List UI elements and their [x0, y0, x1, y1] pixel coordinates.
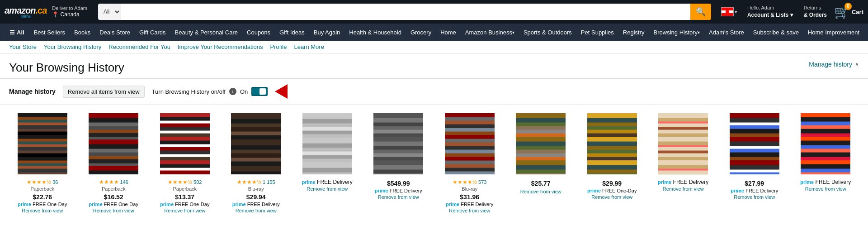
remove-view-9[interactable]: Remove from view — [591, 194, 632, 200]
nav-buy-again[interactable]: Buy Again — [309, 24, 345, 41]
product-image-6[interactable] — [371, 112, 425, 175]
arrow-indicator — [275, 84, 288, 99]
product-image-2[interactable] — [86, 112, 141, 175]
product-rating-2: ★★★★ 146 — [99, 179, 128, 185]
remove-all-button[interactable]: Remove all items from view — [63, 86, 145, 98]
cart-label: Cart — [852, 9, 863, 15]
breadcrumb-profile[interactable]: Profile — [270, 43, 287, 50]
hamburger-icon: ☰ — [9, 29, 15, 36]
nav-books[interactable]: Books — [70, 24, 95, 41]
nav-adams-store[interactable]: Adam's Store — [704, 24, 749, 41]
page-header: Your Browsing History Manage history ∧ — [0, 53, 868, 79]
account-menu[interactable]: Hello, Adam Account & Lists ▾ — [747, 5, 793, 19]
product-swatch-1 — [18, 113, 67, 174]
product-image-3[interactable] — [158, 112, 212, 175]
product-image-1[interactable] — [15, 112, 70, 175]
prime-badge-6: prime FREE Delivery — [375, 188, 422, 193]
product-image-10[interactable] — [656, 112, 710, 175]
returns-orders[interactable]: Returns & Orders — [804, 5, 827, 19]
product-price-8: $25.77 — [531, 180, 551, 187]
nav-coupons[interactable]: Coupons — [242, 24, 275, 41]
product-image-7[interactable] — [443, 112, 497, 175]
product-rating-7: ★★★★½ 573 — [453, 179, 486, 185]
remove-view-10[interactable]: Remove from view — [663, 186, 704, 192]
nav-subscribe-save[interactable]: Subscribe & save — [749, 24, 803, 41]
remove-view-11[interactable]: Remove from view — [734, 194, 775, 200]
canada-flag-icon — [721, 7, 734, 16]
product-image-12[interactable] — [798, 112, 853, 175]
cart[interactable]: 🛒 0 Cart — [834, 5, 863, 19]
product-image-11[interactable] — [727, 112, 782, 175]
review-count-7[interactable]: 573 — [478, 179, 486, 185]
deliver-to[interactable]: Deliver to Adam 📍 Canada — [52, 5, 87, 19]
nav-pet[interactable]: Pet Supplies — [576, 24, 618, 41]
remove-view-7[interactable]: Remove from view — [449, 208, 490, 213]
toggle-section: Turn Browsing History on/off i On — [152, 84, 288, 99]
account-greeting: Hello, Adam — [747, 5, 793, 11]
breadcrumb-improve[interactable]: Improve Your Recommendations — [178, 43, 263, 50]
product-rating-3: ★★★★½ 502 — [168, 179, 202, 185]
review-count-2[interactable]: 146 — [120, 179, 128, 185]
manage-history-toggle[interactable]: Manage history ∧ — [809, 61, 859, 68]
prime-delivery-12: prime FREE Delivery — [800, 179, 851, 185]
product-image-9[interactable] — [585, 112, 639, 175]
page-title: Your Browsing History — [9, 61, 124, 75]
nav-health[interactable]: Health & Household — [344, 24, 406, 41]
manage-history-header-label: Manage history — [809, 61, 852, 68]
breadcrumb-learn-more[interactable]: Learn More — [294, 43, 324, 50]
nav-best-sellers[interactable]: Best Sellers — [29, 24, 70, 41]
review-count-4[interactable]: 1,155 — [263, 179, 275, 185]
remove-view-4[interactable]: Remove from view — [236, 208, 277, 213]
product-card-12: prime FREE Delivery Remove from view — [793, 112, 859, 213]
manage-toolbar: Manage history Remove all items from vie… — [0, 79, 868, 105]
nav-sports[interactable]: Sports & Outdoors — [519, 24, 576, 41]
remove-view-3[interactable]: Remove from view — [164, 208, 205, 213]
review-count-1[interactable]: 36 — [52, 179, 58, 185]
product-image-4[interactable] — [229, 112, 283, 175]
search-input[interactable] — [121, 4, 690, 20]
search-category-select[interactable]: All — [98, 4, 121, 20]
remove-view-1[interactable]: Remove from view — [22, 208, 63, 213]
nav-beauty[interactable]: Beauty & Personal Care — [170, 24, 242, 41]
product-card-3: ★★★★½ 502 Paperback $13.37 prime FREE On… — [151, 112, 218, 213]
product-swatch-10 — [658, 113, 708, 174]
toolbar-manage-label: Manage history — [9, 88, 56, 95]
remove-view-5[interactable]: Remove from view — [307, 186, 348, 192]
product-swatch-7 — [445, 113, 495, 174]
info-icon[interactable]: i — [229, 88, 236, 95]
review-count-3[interactable]: 502 — [193, 179, 202, 185]
nav-gift-ideas[interactable]: Gift Ideas — [275, 24, 309, 41]
nav-amazon-business[interactable]: Amazon Business — [461, 24, 519, 41]
nav-grocery[interactable]: Grocery — [406, 24, 436, 41]
browsing-history-toggle[interactable] — [251, 87, 268, 96]
remove-view-12[interactable]: Remove from view — [805, 186, 846, 192]
product-type-3: Paperback — [173, 186, 197, 192]
product-image-5[interactable] — [300, 112, 354, 175]
stars-1: ★★★★½ — [27, 179, 51, 185]
product-price-6: $549.99 — [387, 180, 410, 187]
nav-home[interactable]: Home — [436, 24, 461, 41]
nav-new-releases[interactable]: New Releases — [864, 24, 868, 41]
nav-home-improvement[interactable]: Home Improvement — [803, 24, 864, 41]
product-price-7: $31.96 — [460, 193, 479, 201]
red-arrow-icon — [275, 84, 288, 99]
country-flag[interactable]: ▾ — [721, 7, 737, 16]
search-button[interactable]: 🔍 — [690, 4, 711, 20]
product-image-8[interactable] — [514, 112, 568, 175]
nav-registry[interactable]: Registry — [618, 24, 649, 41]
remove-view-2[interactable]: Remove from view — [93, 208, 134, 213]
breadcrumb-browsing-history[interactable]: Your Browsing History — [44, 43, 101, 50]
all-menu-button[interactable]: ☰ All — [5, 24, 29, 41]
product-swatch-11 — [730, 113, 779, 174]
breadcrumb-your-store[interactable]: Your Store — [9, 43, 37, 50]
product-rating-1: ★★★★½ 36 — [27, 179, 58, 185]
nav-deals-store[interactable]: Deals Store — [95, 24, 135, 41]
product-swatch-9 — [587, 113, 637, 174]
amazon-logo[interactable]: amazon.ca prime — [5, 5, 47, 19]
breadcrumb-recommended[interactable]: Recommended For You — [108, 43, 170, 50]
remove-view-8[interactable]: Remove from view — [520, 189, 561, 194]
remove-view-6[interactable]: Remove from view — [378, 194, 419, 200]
nav-browsing-history[interactable]: Browsing History — [649, 24, 705, 41]
cart-icon-wrap: 🛒 0 — [834, 5, 850, 19]
nav-gift-cards[interactable]: Gift Cards — [135, 24, 170, 41]
